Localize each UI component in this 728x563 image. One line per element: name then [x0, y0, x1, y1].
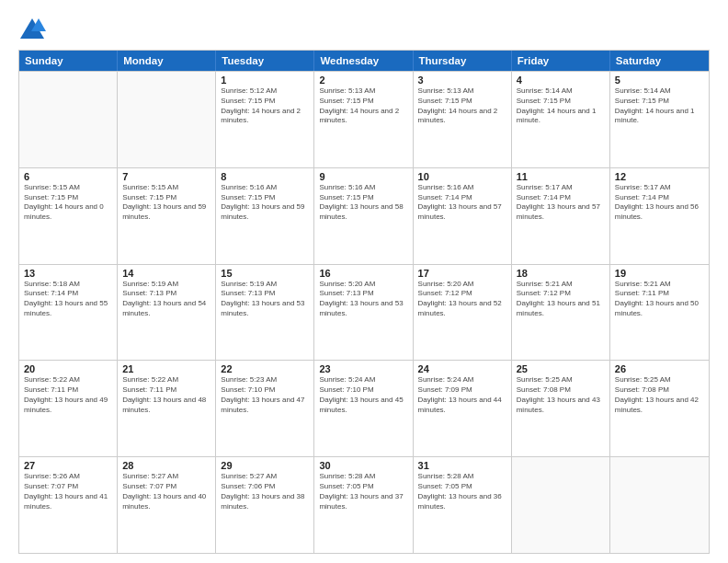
day-info: Sunrise: 5:28 AM Sunset: 7:05 PM Dayligh… — [319, 472, 407, 511]
calendar-body: 1Sunrise: 5:12 AM Sunset: 7:15 PM Daylig… — [19, 71, 709, 553]
calendar-cell — [19, 72, 118, 167]
day-number: 16 — [319, 268, 407, 279]
calendar-row: 6Sunrise: 5:15 AM Sunset: 7:15 PM Daylig… — [19, 167, 709, 264]
day-number: 1 — [221, 75, 309, 86]
calendar-cell: 23Sunrise: 5:24 AM Sunset: 7:10 PM Dayli… — [314, 361, 413, 456]
calendar-cell — [610, 457, 709, 553]
day-number: 10 — [418, 171, 506, 182]
day-info: Sunrise: 5:21 AM Sunset: 7:11 PM Dayligh… — [615, 280, 704, 319]
logo — [18, 15, 50, 42]
calendar-cell: 29Sunrise: 5:27 AM Sunset: 7:06 PM Dayli… — [216, 457, 314, 553]
day-info: Sunrise: 5:20 AM Sunset: 7:13 PM Dayligh… — [319, 280, 407, 319]
day-number: 14 — [122, 268, 210, 279]
calendar: SundayMondayTuesdayWednesdayThursdayFrid… — [18, 50, 710, 554]
day-info: Sunrise: 5:16 AM Sunset: 7:14 PM Dayligh… — [418, 183, 506, 223]
day-number: 2 — [319, 75, 407, 86]
calendar-cell: 30Sunrise: 5:28 AM Sunset: 7:05 PM Dayli… — [314, 457, 413, 553]
day-number: 31 — [418, 460, 506, 471]
day-info: Sunrise: 5:12 AM Sunset: 7:15 PM Dayligh… — [221, 86, 309, 126]
day-info: Sunrise: 5:16 AM Sunset: 7:15 PM Dayligh… — [319, 183, 407, 223]
day-number: 29 — [221, 460, 309, 471]
day-info: Sunrise: 5:19 AM Sunset: 7:13 PM Dayligh… — [221, 280, 309, 319]
day-number: 13 — [24, 268, 112, 279]
day-info: Sunrise: 5:14 AM Sunset: 7:15 PM Dayligh… — [615, 86, 704, 126]
calendar-cell: 6Sunrise: 5:15 AM Sunset: 7:15 PM Daylig… — [19, 168, 118, 264]
day-info: Sunrise: 5:16 AM Sunset: 7:15 PM Dayligh… — [221, 183, 309, 223]
day-info: Sunrise: 5:17 AM Sunset: 7:14 PM Dayligh… — [615, 183, 704, 223]
calendar-row: 27Sunrise: 5:26 AM Sunset: 7:07 PM Dayli… — [19, 456, 709, 553]
calendar-cell: 8Sunrise: 5:16 AM Sunset: 7:15 PM Daylig… — [216, 168, 314, 264]
day-number: 24 — [418, 363, 506, 374]
calendar-cell: 31Sunrise: 5:28 AM Sunset: 7:05 PM Dayli… — [414, 457, 512, 553]
day-info: Sunrise: 5:21 AM Sunset: 7:12 PM Dayligh… — [517, 280, 605, 319]
calendar-cell — [118, 72, 216, 167]
calendar-header-cell: Friday — [512, 51, 610, 71]
day-info: Sunrise: 5:13 AM Sunset: 7:15 PM Dayligh… — [319, 86, 407, 126]
day-info: Sunrise: 5:15 AM Sunset: 7:15 PM Dayligh… — [122, 183, 210, 223]
calendar-row: 1Sunrise: 5:12 AM Sunset: 7:15 PM Daylig… — [19, 71, 709, 167]
day-info: Sunrise: 5:25 AM Sunset: 7:08 PM Dayligh… — [517, 375, 605, 415]
calendar-cell: 17Sunrise: 5:20 AM Sunset: 7:12 PM Dayli… — [414, 265, 512, 361]
day-info: Sunrise: 5:22 AM Sunset: 7:11 PM Dayligh… — [122, 375, 210, 415]
day-number: 20 — [24, 363, 112, 374]
calendar-header-cell: Thursday — [414, 51, 512, 71]
calendar-cell: 16Sunrise: 5:20 AM Sunset: 7:13 PM Dayli… — [314, 265, 413, 361]
calendar-header-row: SundayMondayTuesdayWednesdayThursdayFrid… — [19, 51, 709, 71]
day-info: Sunrise: 5:20 AM Sunset: 7:12 PM Dayligh… — [418, 280, 506, 319]
calendar-cell: 9Sunrise: 5:16 AM Sunset: 7:15 PM Daylig… — [314, 168, 413, 264]
day-info: Sunrise: 5:14 AM Sunset: 7:15 PM Dayligh… — [517, 86, 605, 126]
calendar-cell: 27Sunrise: 5:26 AM Sunset: 7:07 PM Dayli… — [19, 457, 118, 553]
day-number: 7 — [122, 171, 210, 182]
day-number: 12 — [615, 171, 704, 182]
day-number: 28 — [122, 460, 210, 471]
calendar-cell: 21Sunrise: 5:22 AM Sunset: 7:11 PM Dayli… — [118, 361, 216, 456]
day-info: Sunrise: 5:24 AM Sunset: 7:09 PM Dayligh… — [418, 375, 506, 415]
calendar-header-cell: Sunday — [19, 51, 118, 71]
day-info: Sunrise: 5:17 AM Sunset: 7:14 PM Dayligh… — [517, 183, 605, 223]
day-info: Sunrise: 5:19 AM Sunset: 7:13 PM Dayligh… — [122, 280, 210, 319]
day-number: 21 — [122, 363, 210, 374]
day-number: 5 — [615, 75, 704, 86]
calendar-header-cell: Saturday — [610, 51, 709, 71]
calendar-cell: 4Sunrise: 5:14 AM Sunset: 7:15 PM Daylig… — [512, 72, 610, 167]
calendar-cell: 18Sunrise: 5:21 AM Sunset: 7:12 PM Dayli… — [512, 265, 610, 361]
calendar-row: 20Sunrise: 5:22 AM Sunset: 7:11 PM Dayli… — [19, 360, 709, 456]
day-number: 26 — [615, 363, 704, 374]
header — [18, 15, 710, 42]
day-number: 23 — [319, 363, 407, 374]
calendar-cell: 26Sunrise: 5:25 AM Sunset: 7:08 PM Dayli… — [610, 361, 709, 456]
calendar-header-cell: Wednesday — [314, 51, 413, 71]
day-info: Sunrise: 5:24 AM Sunset: 7:10 PM Dayligh… — [319, 375, 407, 415]
day-number: 15 — [221, 268, 309, 279]
calendar-cell: 2Sunrise: 5:13 AM Sunset: 7:15 PM Daylig… — [314, 72, 413, 167]
day-number: 11 — [517, 171, 605, 182]
day-info: Sunrise: 5:23 AM Sunset: 7:10 PM Dayligh… — [221, 375, 309, 415]
calendar-cell: 12Sunrise: 5:17 AM Sunset: 7:14 PM Dayli… — [610, 168, 709, 264]
day-number: 6 — [24, 171, 112, 182]
calendar-cell: 5Sunrise: 5:14 AM Sunset: 7:15 PM Daylig… — [610, 72, 709, 167]
calendar-header-cell: Monday — [118, 51, 216, 71]
calendar-row: 13Sunrise: 5:18 AM Sunset: 7:14 PM Dayli… — [19, 264, 709, 361]
day-info: Sunrise: 5:15 AM Sunset: 7:15 PM Dayligh… — [24, 183, 112, 223]
logo-icon — [18, 15, 46, 42]
day-number: 19 — [615, 268, 704, 279]
day-info: Sunrise: 5:27 AM Sunset: 7:06 PM Dayligh… — [221, 472, 309, 511]
calendar-header-cell: Tuesday — [216, 51, 314, 71]
day-number: 27 — [24, 460, 112, 471]
page: SundayMondayTuesdayWednesdayThursdayFrid… — [0, 0, 728, 563]
calendar-cell: 7Sunrise: 5:15 AM Sunset: 7:15 PM Daylig… — [118, 168, 216, 264]
calendar-cell: 24Sunrise: 5:24 AM Sunset: 7:09 PM Dayli… — [414, 361, 512, 456]
calendar-cell: 20Sunrise: 5:22 AM Sunset: 7:11 PM Dayli… — [19, 361, 118, 456]
calendar-cell: 3Sunrise: 5:13 AM Sunset: 7:15 PM Daylig… — [414, 72, 512, 167]
day-info: Sunrise: 5:25 AM Sunset: 7:08 PM Dayligh… — [615, 375, 704, 415]
calendar-cell: 19Sunrise: 5:21 AM Sunset: 7:11 PM Dayli… — [610, 265, 709, 361]
day-info: Sunrise: 5:27 AM Sunset: 7:07 PM Dayligh… — [122, 472, 210, 511]
day-number: 3 — [418, 75, 506, 86]
calendar-cell: 1Sunrise: 5:12 AM Sunset: 7:15 PM Daylig… — [216, 72, 314, 167]
day-number: 25 — [517, 363, 605, 374]
calendar-cell: 15Sunrise: 5:19 AM Sunset: 7:13 PM Dayli… — [216, 265, 314, 361]
day-number: 8 — [221, 171, 309, 182]
day-info: Sunrise: 5:26 AM Sunset: 7:07 PM Dayligh… — [24, 472, 112, 511]
calendar-cell: 11Sunrise: 5:17 AM Sunset: 7:14 PM Dayli… — [512, 168, 610, 264]
day-number: 30 — [319, 460, 407, 471]
